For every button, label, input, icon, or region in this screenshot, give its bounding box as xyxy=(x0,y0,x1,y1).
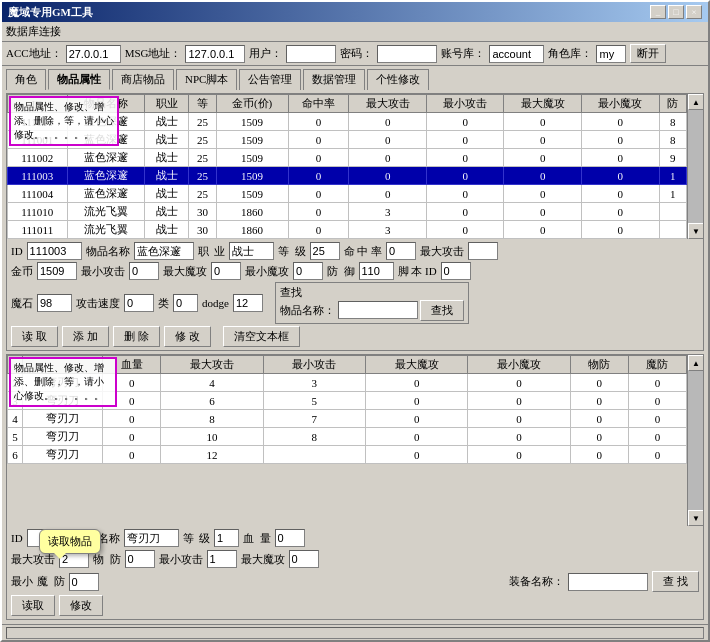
close-button[interactable]: × xyxy=(686,5,702,19)
lower-cell: 0 xyxy=(468,428,570,446)
lower-table-row[interactable]: 6弯刃刀0120000 xyxy=(8,446,687,464)
speed-field[interactable] xyxy=(124,294,154,312)
db-input[interactable] xyxy=(489,45,544,63)
pwd-label: 密码： xyxy=(340,46,373,61)
lower-pdef-field[interactable] xyxy=(125,550,155,568)
title-bar-buttons: _ □ × xyxy=(650,5,702,19)
lower-table-row[interactable]: 5弯刃刀01080000 xyxy=(8,428,687,446)
upper-table-row[interactable]: 111003蓝色深邃战士251509000001 xyxy=(8,167,687,185)
pwd-input[interactable] xyxy=(377,45,437,63)
add-button[interactable]: 添 加 xyxy=(62,326,109,347)
disconnect-button[interactable]: 断开 xyxy=(630,44,666,63)
lower-hp-field[interactable] xyxy=(275,529,305,547)
lower-cell: 0 xyxy=(628,410,686,428)
upper-table-row[interactable]: 111011流光飞翼战士30186003000 xyxy=(8,221,687,239)
upper-form-row4: 读 取 添 加 删 除 修 改 清空文本框 xyxy=(11,326,699,347)
user-input[interactable] xyxy=(286,45,336,63)
upper-cell: 25 xyxy=(189,185,216,203)
acc-input[interactable] xyxy=(66,45,121,63)
search-name-label: 物品名称： xyxy=(280,304,335,316)
col-def: 防 xyxy=(659,95,686,113)
menu-item-db[interactable]: 数据库连接 xyxy=(6,25,61,37)
scroll-down-btn[interactable]: ▼ xyxy=(688,223,703,239)
upper-cell: 战士 xyxy=(145,113,189,131)
lower-search-button[interactable]: 查 找 xyxy=(652,571,699,592)
maximize-button[interactable]: □ xyxy=(668,5,684,19)
modify-button[interactable]: 修 改 xyxy=(164,326,211,347)
role-input[interactable] xyxy=(596,45,626,63)
type-field[interactable] xyxy=(173,294,198,312)
read-button[interactable]: 读 取 xyxy=(11,326,58,347)
search-button[interactable]: 查找 xyxy=(420,300,464,321)
lower-read-button[interactable]: 读取 xyxy=(11,595,55,616)
lower-cell: 0 xyxy=(103,446,161,464)
tab-npc[interactable]: NPC脚本 xyxy=(176,69,237,90)
lower-minatk-field[interactable] xyxy=(207,550,237,568)
scroll-up-btn[interactable]: ▲ xyxy=(688,94,703,110)
search-input[interactable] xyxy=(338,301,418,319)
upper-cell: 0 xyxy=(504,113,582,131)
lower-search-input[interactable] xyxy=(568,573,648,591)
upper-cell: 0 xyxy=(582,203,660,221)
upper-cell: 1509 xyxy=(216,113,288,131)
upper-table-row[interactable]: 111004蓝色深邃战士251509000001 xyxy=(8,185,687,203)
item-name-field[interactable] xyxy=(134,242,194,260)
upper-cell: 战士 xyxy=(145,185,189,203)
job-field[interactable] xyxy=(229,242,274,260)
hit-field[interactable] xyxy=(386,242,416,260)
lower-scroll-track[interactable] xyxy=(688,371,703,510)
lower-cell: 0 xyxy=(570,446,628,464)
def-field[interactable] xyxy=(359,262,394,280)
upper-cell: 111011 xyxy=(8,221,68,239)
maxmatk-label: 最大魔攻 xyxy=(163,264,207,279)
upper-cell: 战士 xyxy=(145,203,189,221)
tab-shop[interactable]: 商店物品 xyxy=(112,69,174,90)
maxmatk-field[interactable] xyxy=(211,262,241,280)
lower-modify-button[interactable]: 修改 xyxy=(59,595,103,616)
lower-cell: 0 xyxy=(628,428,686,446)
upper-table-row[interactable]: 111002蓝色深邃战士251509000009 xyxy=(8,149,687,167)
tab-data[interactable]: 数据管理 xyxy=(303,69,365,90)
upper-cell: 0 xyxy=(504,221,582,239)
lower-maxmatk-field[interactable] xyxy=(289,550,319,568)
lower-form-row2: 最大攻击 物 防 最小攻击 最大魔攻 xyxy=(11,550,699,568)
delete-button[interactable]: 删 除 xyxy=(113,326,160,347)
upper-cell: 0 xyxy=(426,185,504,203)
lower-cell: 0 xyxy=(366,410,468,428)
tab-custom[interactable]: 个性修改 xyxy=(367,69,429,90)
price-field[interactable] xyxy=(37,262,77,280)
stone-field[interactable] xyxy=(37,294,72,312)
minatk-field[interactable] xyxy=(129,262,159,280)
col-hit: 命中率 xyxy=(288,95,349,113)
lower-mdef-field[interactable] xyxy=(69,573,99,591)
msg-input[interactable] xyxy=(185,45,245,63)
search-title: 查找 xyxy=(280,286,302,298)
tooltip-balloon: 读取物品 xyxy=(39,529,101,554)
upper-cell: 30 xyxy=(189,203,216,221)
upper-cell: 8 xyxy=(659,131,686,149)
upper-scrollbar[interactable]: ▲ ▼ xyxy=(687,94,703,239)
upper-table-row[interactable]: 111010流光飞翼战士30186003000 xyxy=(8,203,687,221)
tab-role[interactable]: 角色 xyxy=(6,69,46,90)
dodge-field[interactable] xyxy=(233,294,263,312)
tab-items[interactable]: 物品属性 xyxy=(48,69,110,90)
lower-scroll-up-btn[interactable]: ▲ xyxy=(688,355,703,371)
upper-cell: 25 xyxy=(189,113,216,131)
lower-scroll-down-btn[interactable]: ▼ xyxy=(688,510,703,526)
lv-field[interactable] xyxy=(310,242,340,260)
lcol-minmatk: 最小魔攻 xyxy=(468,356,570,374)
scroll-track[interactable] xyxy=(688,110,703,223)
footid-field[interactable] xyxy=(441,262,471,280)
minimize-button[interactable]: _ xyxy=(650,5,666,19)
clear-button[interactable]: 清空文本框 xyxy=(223,326,300,347)
maxatk-field[interactable] xyxy=(468,242,498,260)
tab-announce[interactable]: 公告管理 xyxy=(239,69,301,90)
upper-form-row1: ID 物品名称 职 业 等 级 命 中 率 最大攻击 xyxy=(11,242,699,260)
lower-table-row[interactable]: 4弯刃刀0870000 xyxy=(8,410,687,428)
id-field[interactable] xyxy=(27,242,82,260)
lower-lv-field[interactable] xyxy=(214,529,239,547)
lower-scrollbar[interactable]: ▲ ▼ xyxy=(687,355,703,526)
minmatk-field[interactable] xyxy=(293,262,323,280)
lower-name-field[interactable] xyxy=(124,529,179,547)
upper-cell: 111003 xyxy=(8,167,68,185)
